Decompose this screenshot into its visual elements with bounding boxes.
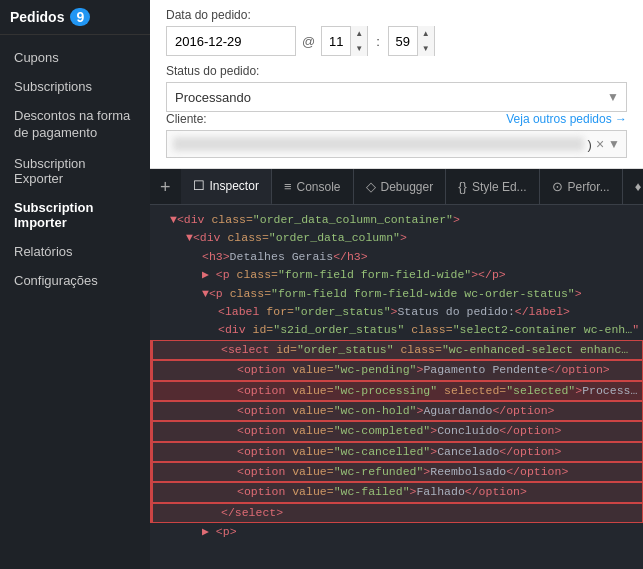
tab-console[interactable]: ≡ Console <box>272 169 354 205</box>
tab-performance-label: Perfor... <box>568 180 610 194</box>
memory-icon: ♦ <box>635 179 642 194</box>
at-sign: @ <box>302 34 315 49</box>
sidebar-badge: 9 <box>70 8 90 26</box>
cliente-paren: ) <box>588 137 592 152</box>
veja-outros-link[interactable]: Veja outros pedidos → <box>506 112 627 126</box>
debugger-icon: ◇ <box>366 179 376 194</box>
code-line-8: <select id="order_status" class="wc-enha… <box>150 340 643 360</box>
sidebar-item-subscriptions[interactable]: Subscriptions <box>0 72 150 101</box>
tab-inspector[interactable]: ☐ Inspector <box>181 169 272 205</box>
sidebar-item-cupons[interactable]: Cupons <box>0 43 150 72</box>
code-line-15: <option value="wc-failed">Falhado</optio… <box>150 482 643 502</box>
sidebar-item-importer[interactable]: Subscription Importer <box>0 193 150 237</box>
tab-style-editor[interactable]: {} Style Ed... <box>446 169 539 205</box>
tab-debugger-label: Debugger <box>381 180 434 194</box>
devtools-tabs: + ☐ Inspector ≡ Console ◇ Debugger {} St… <box>150 169 643 205</box>
cliente-label: Cliente: <box>166 112 207 126</box>
tab-performance[interactable]: ⊙ Perfor... <box>540 169 623 205</box>
performance-icon: ⊙ <box>552 179 563 194</box>
cliente-dropdown-icon[interactable]: ▼ <box>608 137 620 151</box>
sidebar: Pedidos 9 Cupons Subscriptions Descontos… <box>0 0 150 569</box>
tab-memory[interactable]: ♦ Memory <box>623 169 643 205</box>
sidebar-item-exporter[interactable]: Subscription Exporter <box>0 149 150 193</box>
devtools-panel: + ☐ Inspector ≡ Console ◇ Debugger {} St… <box>150 169 643 569</box>
code-line-14: <option value="wc-refunded">Reembolsado<… <box>150 462 643 482</box>
date-row: @ ▲ ▼ : ▲ ▼ <box>166 26 627 56</box>
code-line-4: ▶ <p class="form-field form-field-wide">… <box>150 266 643 284</box>
cliente-clear-icon[interactable]: × <box>596 136 604 152</box>
sidebar-menu: Cupons Subscriptions Descontos na forma … <box>0 35 150 569</box>
status-label: Status do pedido: <box>166 64 627 78</box>
hour-spinners: ▲ ▼ <box>350 26 367 56</box>
cliente-blurred-value <box>173 137 584 151</box>
cliente-input-wrap[interactable]: ) × ▼ <box>166 130 627 158</box>
sidebar-header: Pedidos 9 <box>0 0 150 35</box>
status-select-wrap: Processando Pagamento Pendente Aguardand… <box>166 82 627 112</box>
sidebar-title: Pedidos <box>10 9 64 25</box>
minute-input[interactable] <box>389 34 417 49</box>
hour-input[interactable] <box>322 34 350 49</box>
sidebar-item-relatorios[interactable]: Relatórios <box>0 237 150 266</box>
code-line-10: <option value="wc-processing" selected="… <box>150 381 643 401</box>
style-editor-icon: {} <box>458 179 467 194</box>
tab-inspector-label: Inspector <box>210 179 259 193</box>
date-input[interactable] <box>166 26 296 56</box>
inspector-icon: ☐ <box>193 178 205 193</box>
code-line-11: <option value="wc-on-hold">Aguardando</o… <box>150 401 643 421</box>
hour-up[interactable]: ▲ <box>351 26 367 41</box>
cliente-row: Cliente: Veja outros pedidos → <box>166 112 627 126</box>
console-icon: ≡ <box>284 179 292 194</box>
sidebar-item-descontos[interactable]: Descontos na forma de pagamento <box>0 101 150 149</box>
code-line-2: ▼<div class="order_data_column"> <box>150 229 643 247</box>
code-line-3: <h3>Detalhes Gerais</h3> <box>150 248 643 266</box>
code-line-17: ▶ <p> <box>150 523 643 541</box>
form-area: Data do pedido: @ ▲ ▼ : ▲ ▼ Status do pe… <box>150 0 643 169</box>
devtools-add-tab[interactable]: + <box>150 169 181 205</box>
status-select[interactable]: Processando Pagamento Pendente Aguardand… <box>166 82 627 112</box>
code-line-7: <div id="s2id_order_status" class="selec… <box>150 321 643 339</box>
tab-debugger[interactable]: ◇ Debugger <box>354 169 447 205</box>
minute-up[interactable]: ▲ <box>418 26 434 41</box>
code-line-12: <option value="wc-completed">Concluído</… <box>150 421 643 441</box>
code-line-1: ▼<div class="order_data_column_container… <box>150 211 643 229</box>
code-line-16: </select> <box>150 503 643 523</box>
tab-console-label: Console <box>296 180 340 194</box>
code-line-6: <label for="order_status">Status do pedi… <box>150 303 643 321</box>
minute-box: ▲ ▼ <box>388 26 435 56</box>
time-colon: : <box>374 34 382 49</box>
minute-down[interactable]: ▼ <box>418 41 434 56</box>
code-area[interactable]: ▼<div class="order_data_column_container… <box>150 205 643 569</box>
minute-spinners: ▲ ▼ <box>417 26 434 56</box>
sidebar-item-configuracoes[interactable]: Configurações <box>0 266 150 295</box>
main-panel: Data do pedido: @ ▲ ▼ : ▲ ▼ Status do pe… <box>150 0 643 569</box>
hour-box: ▲ ▼ <box>321 26 368 56</box>
code-line-9: <option value="wc-pending">Pagamento Pen… <box>150 360 643 380</box>
tab-style-label: Style Ed... <box>472 180 527 194</box>
code-line-5: ▼<p class="form-field form-field-wide wc… <box>150 285 643 303</box>
date-label: Data do pedido: <box>166 8 627 22</box>
code-line-13: <option value="wc-cancelled">Cancelado</… <box>150 442 643 462</box>
hour-down[interactable]: ▼ <box>351 41 367 56</box>
